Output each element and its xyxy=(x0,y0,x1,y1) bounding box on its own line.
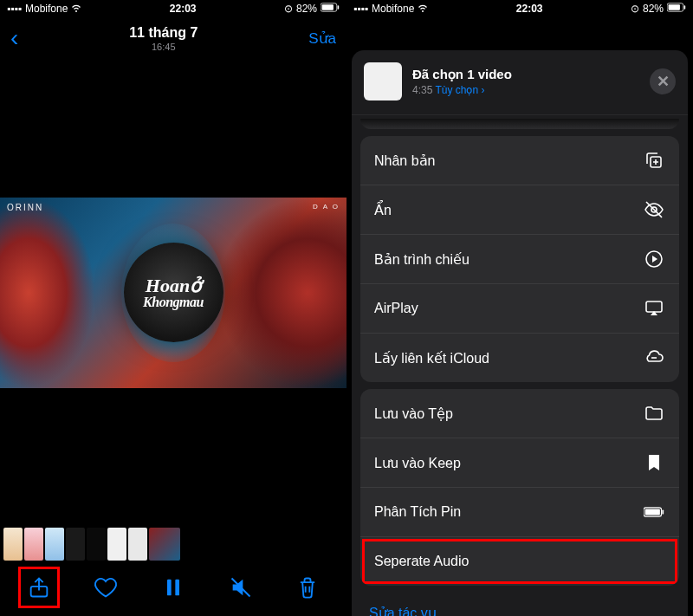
battery-icon xyxy=(321,3,340,15)
action-group-1: Nhân bản Ẩn Bản trình chiếu xyxy=(360,136,679,382)
video-area[interactable]: ORINN D A O Hoanở Khongmau xyxy=(0,59,346,526)
thumbnail-strip[interactable] xyxy=(0,526,346,562)
action-label: Ẩn xyxy=(374,202,392,218)
duplicate-icon xyxy=(643,149,665,172)
thumbnail[interactable] xyxy=(45,528,64,561)
action-icloud-link[interactable]: Lấy liên kết iCloud xyxy=(360,334,679,382)
back-button[interactable]: ‹ xyxy=(10,24,18,52)
action-label: AirPlay xyxy=(374,301,418,316)
action-save-to-files[interactable]: Lưu vào Tệp xyxy=(360,389,679,438)
photo-header: ‹ 11 tháng 7 16:45 Sửa xyxy=(0,17,346,59)
thumbnail-current[interactable] xyxy=(149,528,180,561)
share-sheet: Đã chọn 1 video 4:35 Tùy chọn › ✕ xyxy=(352,50,688,616)
status-time: 22:03 xyxy=(516,3,543,15)
airplay-icon xyxy=(643,297,665,320)
thumbnail[interactable] xyxy=(128,528,147,561)
svg-rect-8 xyxy=(669,4,680,10)
edit-button[interactable]: Sửa xyxy=(308,29,336,48)
wifi-icon xyxy=(418,3,428,16)
status-left: ▪▪▪▪ Mobifone xyxy=(353,3,428,16)
status-right: ⊙ 82% xyxy=(631,3,686,15)
action-label: Phân Tích Pin xyxy=(374,504,461,520)
sheet-scroll[interactable]: Nhân bản Ẩn Bản trình chiếu xyxy=(352,115,688,616)
close-button[interactable]: ✕ xyxy=(650,68,676,94)
share-button[interactable] xyxy=(20,568,58,606)
blank-icon xyxy=(643,550,665,573)
action-slideshow[interactable]: Bản trình chiếu xyxy=(360,235,679,284)
status-left: ▪▪▪▪ Mobifone xyxy=(7,3,81,16)
brand-logo-left: ORINN xyxy=(7,203,43,212)
battery-h-icon xyxy=(643,501,665,523)
battery-label: 82% xyxy=(296,3,317,15)
video-disc-logo: Hoanở Khongmau xyxy=(124,243,223,342)
carrier-label: Mobifone xyxy=(372,3,414,15)
folder-icon xyxy=(643,402,665,425)
edit-actions-link[interactable]: Sửa tác vụ... xyxy=(352,593,688,616)
action-airplay[interactable]: AirPlay xyxy=(360,284,679,334)
bottom-toolbar xyxy=(0,566,346,616)
action-label: Lưu vào Tệp xyxy=(374,405,453,422)
action-label: Lưu vào Keep xyxy=(374,455,461,471)
svg-rect-14 xyxy=(646,302,662,312)
svg-rect-5 xyxy=(175,580,179,596)
thumbnail[interactable] xyxy=(87,528,106,561)
sheet-header: Đã chọn 1 video 4:35 Tùy chọn › ✕ xyxy=(352,50,688,115)
svg-rect-16 xyxy=(645,509,660,515)
battery-label: 82% xyxy=(643,3,664,15)
action-hide[interactable]: Ẩn xyxy=(360,185,679,235)
signal-icon: ▪▪▪▪ xyxy=(353,3,368,15)
mute-button[interactable] xyxy=(222,568,260,606)
share-sheet-container: Đã chọn 1 video 4:35 Tùy chọn › ✕ xyxy=(346,17,693,616)
left-phone: ▪▪▪▪ Mobifone 22:03 ⊙ 82% ‹ 11 tháng 7 1… xyxy=(0,0,346,616)
action-label: Seperate Audio xyxy=(374,554,469,569)
video-frame: ORINN D A O Hoanở Khongmau xyxy=(0,198,346,388)
bookmark-icon xyxy=(643,451,665,474)
right-phone: ▪▪▪▪ Mobifone 22:03 ⊙ 82% Đã chọn 1 vide… xyxy=(346,0,693,616)
action-battery-analyze[interactable]: Phân Tích Pin xyxy=(360,488,679,537)
header-time: 16:45 xyxy=(18,42,308,52)
header-title: 11 tháng 7 16:45 xyxy=(18,25,308,52)
svg-rect-9 xyxy=(684,5,686,10)
status-bar: ▪▪▪▪ Mobifone 22:03 ⊙ 82% xyxy=(0,0,346,17)
action-label: Bản trình chiếu xyxy=(374,251,470,268)
sheet-duration: 4:35 xyxy=(412,84,432,96)
svg-rect-4 xyxy=(167,580,172,596)
thumbnail[interactable] xyxy=(24,528,43,561)
svg-rect-2 xyxy=(338,5,340,10)
thumbnail[interactable] xyxy=(66,528,85,561)
sheet-title-block: Đã chọn 1 video 4:35 Tùy chọn › xyxy=(412,67,639,96)
delete-button[interactable] xyxy=(288,568,327,606)
logo-line1: Hoanở xyxy=(143,276,204,295)
thumbnail[interactable] xyxy=(3,528,23,561)
brand-logo-right: D A O xyxy=(313,203,340,211)
action-save-to-keep[interactable]: Lưu vào Keep xyxy=(360,438,679,488)
thumbnail[interactable] xyxy=(107,528,126,561)
alarm-icon: ⊙ xyxy=(284,3,293,15)
carrier-label: Mobifone xyxy=(25,3,68,15)
previous-group-edge xyxy=(360,119,679,129)
action-duplicate[interactable]: Nhân bản xyxy=(360,136,679,185)
action-group-2: Lưu vào Tệp Lưu vào Keep Phân Tích Pin xyxy=(360,389,679,586)
eye-off-icon xyxy=(643,198,665,221)
svg-rect-1 xyxy=(322,4,334,10)
status-bar: ▪▪▪▪ Mobifone 22:03 ⊙ 82% xyxy=(346,0,693,17)
sheet-options-link[interactable]: Tùy chọn › xyxy=(435,84,484,96)
status-time: 22:03 xyxy=(170,3,197,15)
sheet-thumbnail xyxy=(364,62,402,101)
action-label: Nhân bản xyxy=(374,152,436,169)
action-label: Lấy liên kết iCloud xyxy=(374,350,489,366)
status-right: ⊙ 82% xyxy=(284,3,340,15)
svg-rect-17 xyxy=(662,509,664,514)
cloud-link-icon xyxy=(643,347,665,369)
signal-icon: ▪▪▪▪ xyxy=(7,3,22,15)
header-date: 11 tháng 7 xyxy=(18,25,308,41)
alarm-icon: ⊙ xyxy=(631,3,639,15)
logo-line2: Khongmau xyxy=(143,295,204,309)
sheet-title: Đã chọn 1 video xyxy=(412,67,639,82)
pause-button[interactable] xyxy=(154,568,192,606)
play-circle-icon xyxy=(643,248,665,270)
favorite-button[interactable] xyxy=(87,568,125,606)
action-separate-audio[interactable]: Seperate Audio xyxy=(360,537,679,586)
battery-icon xyxy=(667,3,686,15)
wifi-icon xyxy=(71,3,81,16)
